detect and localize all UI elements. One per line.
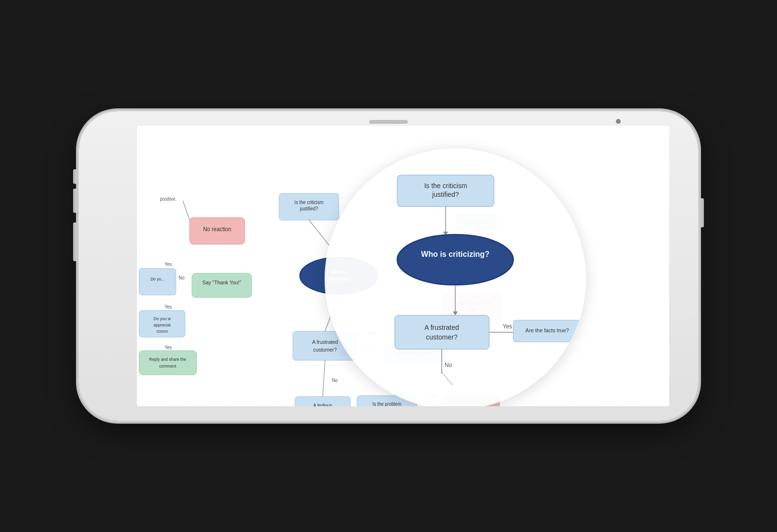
svg-rect-83 xyxy=(395,315,489,349)
svg-text:comment: comment xyxy=(159,364,177,369)
svg-text:Who is criticizing?: Who is criticizing? xyxy=(421,250,489,258)
svg-text:Reply and share the: Reply and share the xyxy=(149,357,186,362)
svg-text:comm: comm xyxy=(157,329,168,334)
svg-text:Yes: Yes xyxy=(164,262,172,267)
svg-text:No: No xyxy=(179,275,184,281)
magnifier-svg: Is the criticism justified? Who is criti… xyxy=(325,148,586,406)
svg-text:Is the criticism: Is the criticism xyxy=(424,182,467,190)
svg-text:appreciat: appreciat xyxy=(154,323,171,327)
svg-line-93 xyxy=(442,372,453,385)
svg-text:No: No xyxy=(445,362,452,369)
svg-text:Is the criticism: Is the criticism xyxy=(295,200,324,205)
magnifier-lens: Is the criticism justified? Who is criti… xyxy=(325,148,586,406)
svg-rect-10 xyxy=(192,273,252,297)
power-button[interactable] xyxy=(700,198,704,227)
phone-wrapper: Is the criticism justified? No reaction … xyxy=(50,48,727,484)
silent-button[interactable] xyxy=(73,169,77,184)
svg-text:A frustrated: A frustrated xyxy=(424,324,459,331)
svg-rect-4 xyxy=(190,218,245,244)
svg-text:No reaction: No reaction xyxy=(203,226,231,232)
svg-text:Yes: Yes xyxy=(503,323,512,330)
svg-text:Say "Thank You!": Say "Thank You!" xyxy=(202,280,241,285)
svg-text:customer?: customer? xyxy=(426,333,458,341)
svg-point-79 xyxy=(397,235,513,285)
svg-text:justified?: justified? xyxy=(432,191,459,198)
svg-marker-82 xyxy=(453,311,458,315)
svg-text:positive: positive xyxy=(160,196,175,202)
svg-text:Do yo...: Do yo... xyxy=(150,277,164,281)
volume-up-button[interactable] xyxy=(73,189,77,213)
svg-line-0 xyxy=(183,201,194,233)
svg-text:Are the facts true?: Are the facts true? xyxy=(525,327,569,333)
svg-rect-7 xyxy=(139,268,176,295)
svg-rect-13 xyxy=(139,310,185,337)
phone-screen: Is the criticism justified? No reaction … xyxy=(137,126,669,406)
volume-down-button[interactable] xyxy=(73,222,77,261)
phone-body: Is the criticism justified? No reaction … xyxy=(79,111,698,421)
svg-rect-18 xyxy=(139,351,197,375)
camera xyxy=(616,119,621,124)
svg-text:justified?: justified? xyxy=(299,206,318,211)
magnifier-content: Is the criticism justified? Who is criti… xyxy=(325,148,586,406)
svg-text:Yes: Yes xyxy=(164,304,172,310)
speaker xyxy=(369,120,408,124)
svg-text:Yes: Yes xyxy=(164,345,172,350)
svg-text:Do you w: Do you w xyxy=(153,316,171,321)
